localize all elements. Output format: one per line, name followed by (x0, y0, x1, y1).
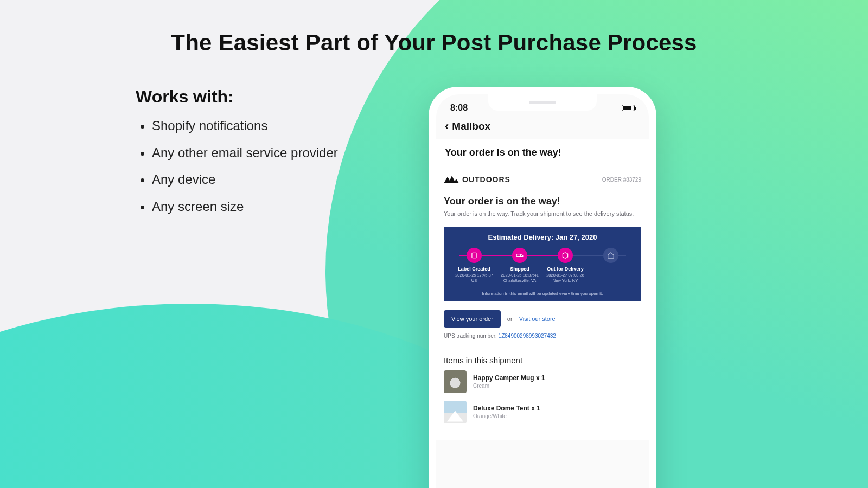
tracking-number-link[interactable]: 1Z84900298993027432 (499, 333, 556, 339)
tracker-step: Out for Delivery 2020-01-27 07:08:26New … (542, 248, 588, 284)
item-name: Happy Camper Mug x 1 (473, 374, 545, 382)
package-icon (558, 248, 573, 263)
mail-subject: Your order is on the way! (436, 139, 649, 166)
feature-item: Shopify notifications (152, 117, 407, 135)
shipment-item: Deluxe Dome Tent x 1 Orange/White (444, 401, 641, 423)
feature-list-heading: Works with: (136, 87, 407, 107)
battery-icon (622, 105, 635, 111)
tracker-step: Label Created 2020-01-25 17:45:37US (451, 248, 497, 284)
email-subtext: Your order is on the way. Track your shi… (444, 210, 641, 217)
item-thumbnail (444, 401, 467, 423)
delivery-tracker: Estimated Delivery: Jan 27, 2020 Label C… (444, 227, 641, 301)
svg-rect-0 (472, 253, 476, 258)
tracker-step (588, 248, 634, 266)
tracker-footnote: Information in this email will be update… (451, 291, 634, 296)
phone-mockup: 8:08 ‹ Mailbox Your order is on the way!… (429, 87, 656, 488)
mail-body: OUTDOORS ORDER #83729 Your order is on t… (436, 166, 649, 440)
tracker-step: Shipped 2020-01-25 18:37:41Charlottesvil… (497, 248, 542, 284)
back-label: Mailbox (452, 120, 490, 132)
order-number: ORDER #83729 (602, 177, 641, 183)
home-icon (603, 248, 618, 263)
page-headline: The Easiest Part of Your Post Purchase P… (0, 30, 868, 56)
item-thumbnail (444, 370, 467, 393)
mountain-icon (444, 176, 459, 183)
svg-rect-1 (516, 254, 520, 257)
chevron-left-icon: ‹ (445, 120, 449, 132)
tracker-title: Estimated Delivery: Jan 27, 2020 (451, 233, 634, 241)
feature-item: Any other email service provider (152, 144, 407, 162)
mail-back-button[interactable]: ‹ Mailbox (436, 115, 649, 139)
truck-icon (512, 248, 527, 263)
label-created-icon (467, 248, 482, 263)
tracking-number-line: UPS tracking number: 1Z84900298993027432 (444, 333, 641, 339)
item-variant: Cream (473, 383, 545, 389)
email-heading: Your order is on the way! (444, 196, 641, 207)
phone-notch (488, 94, 597, 111)
item-variant: Orange/White (473, 413, 540, 419)
or-text: or (507, 316, 513, 322)
feature-list: Works with: Shopify notifications Any ot… (136, 87, 407, 224)
view-order-button[interactable]: View your order (444, 310, 501, 328)
brand-logo: OUTDOORS (444, 175, 510, 184)
feature-item: Any device (152, 170, 407, 189)
visit-store-link[interactable]: Visit our store (519, 316, 556, 322)
item-name: Deluxe Dome Tent x 1 (473, 404, 540, 412)
status-time: 8:08 (450, 103, 468, 113)
items-heading: Items in this shipment (444, 356, 641, 365)
feature-item: Any screen size (152, 197, 407, 216)
shipment-item: Happy Camper Mug x 1 Cream (444, 370, 641, 393)
brand-name: OUTDOORS (462, 175, 510, 184)
